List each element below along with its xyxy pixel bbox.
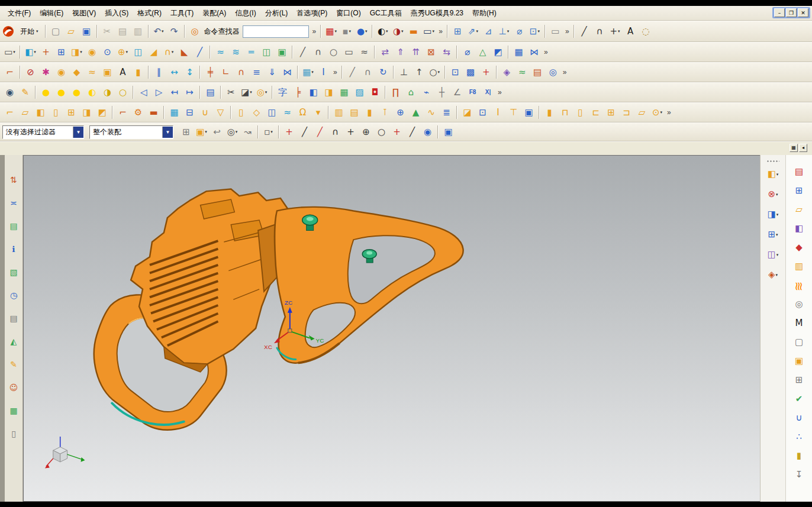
open-button[interactable]: ▱ — [64, 24, 79, 39]
insert-core-button[interactable]: ◫ — [265, 105, 279, 120]
open-mold-folder-button[interactable]: ▱ — [792, 202, 807, 217]
layer-off-button[interactable]: ○ — [115, 85, 130, 100]
menu-item-3[interactable]: 视图(V) — [68, 7, 100, 20]
dock-scroll-grid-button[interactable]: ▦ — [790, 144, 798, 152]
mold-grid-button[interactable]: ⊞ — [792, 183, 807, 198]
model-wing-plate[interactable] — [275, 207, 463, 363]
minimize-button[interactable]: – — [774, 8, 785, 17]
window-display-button[interactable]: ▦▾ — [324, 24, 339, 39]
sketch-arc-button[interactable]: ∩ — [592, 24, 607, 39]
command-finder-button[interactable]: ◎ — [188, 24, 202, 39]
menu-item-11[interactable]: 窗口(O) — [332, 7, 365, 20]
intersection-curve-button[interactable]: ⋈ — [280, 65, 295, 80]
menu-item-6[interactable]: 工具(T) — [166, 7, 198, 20]
show-hide-button[interactable]: ◉ — [2, 85, 17, 100]
crosshair-button[interactable]: ┼ — [434, 85, 449, 100]
menu-item-12[interactable]: GC工具箱 — [366, 7, 406, 20]
toolbar-overflow-chevron[interactable]: » — [311, 27, 318, 35]
layer-visible-button[interactable]: ● — [69, 85, 84, 100]
info-window-button[interactable]: ℹ — [7, 242, 21, 256]
spring-button[interactable]: ∿ — [424, 105, 439, 120]
swept-button[interactable]: ≈ — [213, 45, 228, 60]
edit-object-display-button[interactable]: ✎ — [18, 85, 33, 100]
plate-add-button[interactable]: ◪ — [460, 105, 475, 120]
board-tool-button[interactable]: ⊞ — [604, 105, 618, 120]
sketch-fillet-button[interactable]: ∩ — [234, 65, 249, 80]
cut-button[interactable]: ✂ — [100, 24, 115, 39]
highlight-plate-button[interactable]: ▥ — [792, 259, 807, 274]
snap-view-button[interactable]: ⊿ — [481, 24, 496, 39]
workpiece-button[interactable]: ▯ — [49, 105, 63, 120]
menu-item-13[interactable]: 燕秀UG模具9.23 — [407, 7, 468, 20]
weld-point-button[interactable]: ⌁ — [419, 85, 434, 100]
grid-box-button[interactable]: ⊞ — [792, 373, 807, 387]
toolbar-overflow-chevron[interactable]: » — [542, 48, 550, 56]
close-button[interactable]: ✕ — [798, 8, 808, 17]
wrench-ball-button[interactable]: ◎ — [792, 297, 807, 312]
object-display-button[interactable]: ✱ — [38, 65, 53, 80]
restore-button[interactable]: ❐ — [786, 8, 797, 17]
last-view-button[interactable]: ↦ — [182, 85, 197, 100]
curve-arc-button[interactable]: ∩ — [311, 45, 326, 60]
ejector-pin-button[interactable]: ▯ — [234, 105, 249, 120]
line-2-button[interactable]: ╱ — [345, 65, 360, 80]
text-button[interactable]: A — [623, 24, 638, 39]
plus-point-button[interactable]: + — [343, 125, 358, 140]
screw-lib-button[interactable]: ⊺ — [378, 105, 392, 120]
quick-trim-button[interactable]: ╪ — [203, 65, 218, 80]
mid-point-button[interactable]: ╱ — [312, 125, 327, 140]
visualization-scene-button[interactable]: ◭ — [7, 334, 21, 348]
dim-vertical-button[interactable]: ↕ — [182, 65, 197, 80]
csys-display-button[interactable]: ⊥▾ — [497, 24, 511, 39]
assembly-navigator-button[interactable]: ⇅ — [7, 173, 21, 187]
snap-back-button[interactable]: ↩ — [210, 125, 224, 140]
toolbar-overflow-chevron[interactable]: » — [665, 108, 673, 117]
graphics-viewport[interactable]: ZC YC XC — [23, 155, 760, 502]
palette-grip-handle[interactable] — [766, 160, 779, 163]
cylinder-button[interactable]: ▮ — [131, 65, 146, 80]
combo-arrow-icon[interactable]: ▼ — [73, 127, 83, 138]
pattern-component-button[interactable]: ⊞▾ — [766, 227, 781, 242]
ruled-surface-button[interactable]: ═ — [244, 45, 259, 60]
thicken-button[interactable]: ▣ — [275, 45, 289, 60]
project-curve-button[interactable]: ⇓ — [265, 65, 279, 80]
analysis-display-button[interactable]: ◑▾ — [391, 24, 405, 39]
pattern-geometry-button[interactable]: ▦ — [511, 45, 526, 60]
copy-button[interactable]: ▤ — [115, 24, 130, 39]
stamp-button[interactable]: ▤ — [530, 65, 545, 80]
surface-cloud-button[interactable]: ◌ — [639, 24, 653, 39]
toolbar-overflow-chevron[interactable]: » — [437, 27, 444, 35]
constraint-ruler-button[interactable]: ╞ — [291, 85, 305, 100]
geometric-constraint-button[interactable]: ∥ — [152, 65, 166, 80]
target-point-button[interactable]: ◎ — [546, 65, 560, 80]
slide-lib-button[interactable]: ▬ — [146, 105, 161, 120]
true-shading-button[interactable]: ●▾ — [355, 24, 369, 39]
toolbar-overflow-chevron[interactable]: » — [561, 68, 569, 76]
text-boxed-button[interactable]: A — [115, 65, 130, 80]
wedge-lock-button[interactable]: ▲ — [408, 105, 423, 120]
drill-tool-button[interactable]: ↧ — [792, 467, 807, 482]
rail-button[interactable]: ≣ — [439, 105, 454, 120]
history-button[interactable]: ◷ — [7, 288, 21, 302]
notes-button[interactable]: ▯ — [7, 427, 21, 441]
wedge-button[interactable]: ◆ — [69, 65, 84, 80]
clamp-button[interactable]: ∪ — [792, 411, 807, 425]
i-beam-button[interactable]: I — [316, 65, 331, 80]
layer-work-button[interactable]: ● — [54, 85, 69, 100]
dock-scroll-left-button[interactable]: ◂ — [799, 144, 807, 152]
frame-tool-button[interactable]: ∏ — [388, 85, 403, 100]
mold-trim-button[interactable]: ⌐ — [115, 105, 130, 120]
menu-item-10[interactable]: 首选项(P) — [292, 7, 331, 20]
menu-item-4[interactable]: 插入(S) — [101, 7, 133, 20]
end-point-button[interactable]: ╱ — [297, 125, 312, 140]
grid-add-button[interactable]: ▦ — [167, 105, 182, 120]
menu-item-1[interactable]: 文件(F) — [4, 7, 35, 20]
web-browser-button[interactable]: ▦ — [7, 403, 21, 418]
prev-view-button[interactable]: ◁ — [136, 85, 151, 100]
snap-scope-button[interactable]: ◎▾ — [225, 125, 240, 140]
roles-button[interactable]: ☺ — [7, 380, 21, 395]
check-document-button[interactable]: ✔ — [792, 392, 807, 406]
offset-curve-button[interactable]: ≡ — [249, 65, 264, 80]
select-rectangle-button[interactable]: ▫▾ — [261, 125, 276, 140]
orient-view-button[interactable]: ⇗▾ — [466, 24, 481, 39]
